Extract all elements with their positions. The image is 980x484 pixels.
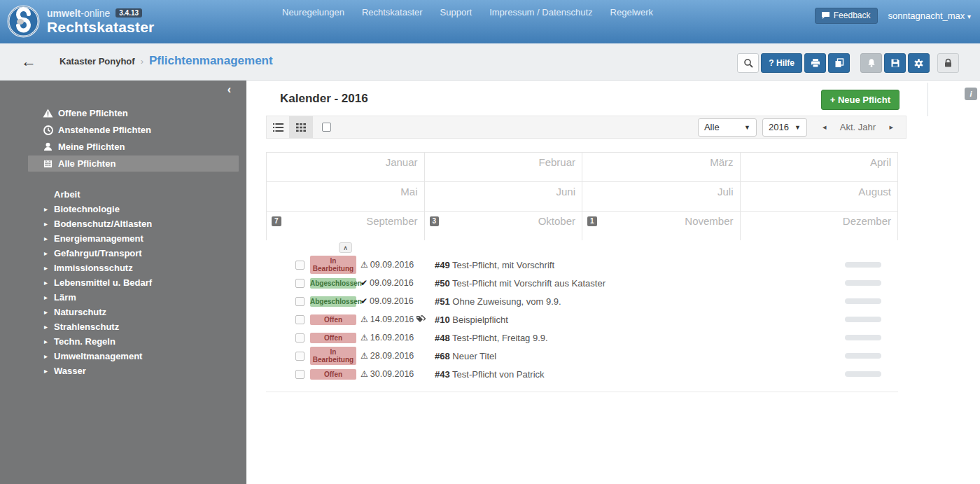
collapse-month-button[interactable]: ∧ xyxy=(339,242,352,253)
sidebar-category[interactable]: ▸ Techn. Regeln xyxy=(28,334,239,349)
sidebar-category[interactable]: ▸ Umweltmanagement xyxy=(28,349,239,364)
month-cell[interactable]: 3 Oktober xyxy=(425,212,583,241)
progress-bar xyxy=(845,298,881,304)
info-button[interactable]: i xyxy=(965,88,977,100)
entry-row: In Bearbeitung 28.09.2016 #68 Neuer Tite… xyxy=(266,347,898,365)
sidebar-item-offene-pflichten[interactable]: Offene Pflichten xyxy=(28,105,239,121)
nav-item[interactable]: Neuregelungen xyxy=(282,7,344,18)
year-select[interactable]: 2016 ▼ xyxy=(762,118,807,137)
next-year-icon[interactable]: ▸ xyxy=(885,123,897,132)
sidebar-category[interactable]: ▸ Biotechnologie xyxy=(28,202,239,216)
sidebar-category[interactable]: ▸ Strahlenschutz xyxy=(28,319,239,334)
entry-checkbox[interactable] xyxy=(295,352,304,361)
print-button[interactable] xyxy=(804,53,826,73)
month-cell[interactable]: 7 September xyxy=(267,212,425,241)
entry-row: Offen 30.09.2016 #43 Test-Pflicht von Pa… xyxy=(266,365,898,383)
sidebar-collapse-icon[interactable]: ‹ xyxy=(227,83,231,96)
month-cell[interactable]: 1 November xyxy=(582,212,741,241)
month-cell[interactable]: Mai xyxy=(267,182,425,212)
entry-title[interactable]: #10 Beispielpflicht xyxy=(435,314,508,325)
breadcrumb-current[interactable]: Pflichtenmanagement xyxy=(149,54,273,68)
entry-checkbox[interactable] xyxy=(295,261,304,270)
sidebar-category[interactable]: Arbeit xyxy=(28,187,239,202)
status-badge: Offen xyxy=(310,369,356,380)
progress-bar xyxy=(845,262,881,268)
entry-checkbox[interactable] xyxy=(295,297,304,306)
breadcrumb-parent[interactable]: Kataster Ponyhof xyxy=(59,56,135,67)
sidebar-category[interactable]: ▸ Lärm xyxy=(28,290,239,305)
current-year-label[interactable]: Akt. Jahr xyxy=(830,122,885,132)
date-status-icon xyxy=(360,369,368,379)
month-cell[interactable]: April xyxy=(741,153,899,182)
sidebar-item-anstehende-pflichten[interactable]: Anstehende Pflichten xyxy=(28,122,239,138)
version-badge: 3.4.13 xyxy=(115,8,142,18)
main-content: Kalender - 2016 + Neue Pflicht i Alle ▼ … xyxy=(246,81,980,484)
month-cell[interactable]: Februar xyxy=(425,153,583,182)
entry-checkbox[interactable] xyxy=(295,333,304,343)
sidebar-category[interactable]: ▸ Bodenschutz/Altlasten xyxy=(28,216,239,231)
month-cell[interactable]: Dezember xyxy=(741,212,899,241)
entry-checkbox[interactable] xyxy=(295,370,304,379)
sidebar-category[interactable]: ▸ Naturschutz xyxy=(28,305,239,319)
sidebar-category[interactable]: ▸ Energiemanagement xyxy=(28,231,239,246)
month-name: Januar xyxy=(386,156,418,168)
entry-title[interactable]: #48 Test-Pflicht, Freitag 9.9. xyxy=(435,333,548,343)
entry-title[interactable]: #49 Test-Pflicht, mit Vorschrift xyxy=(435,260,554,270)
entry-title[interactable]: #51 Ohne Zuweisung, vom 9.9. xyxy=(435,296,561,307)
nav-item[interactable]: Impressum / Datenschutz xyxy=(489,7,592,18)
entry-checkbox[interactable] xyxy=(295,315,304,324)
month-cell[interactable]: August xyxy=(741,182,899,212)
entry-due-date: 14.09.2016 xyxy=(360,314,430,324)
back-button[interactable]: ← xyxy=(21,52,36,71)
nav-item[interactable]: Rechtskataster xyxy=(362,7,423,18)
chevron-right-icon: ▸ xyxy=(44,279,48,286)
entry-due-date: 16.09.2016 xyxy=(360,333,430,343)
notifications-button[interactable] xyxy=(860,53,882,73)
feedback-button[interactable]: Feedback xyxy=(815,8,878,24)
sidebar-category[interactable]: ▸ Gefahrgut/Transport xyxy=(28,246,239,261)
entry-title[interactable]: #50 Test-Pflicht mit Vorschrift aus Kata… xyxy=(435,278,606,289)
month-name: August xyxy=(858,186,891,198)
month-count-badge: 7 xyxy=(272,216,281,226)
lock-button[interactable] xyxy=(937,53,959,73)
chevron-down-icon: ▼ xyxy=(744,124,750,131)
list-view-button[interactable] xyxy=(267,116,289,138)
entries-list: In Bearbeitung 09.09.2016 #49 Test-Pflic… xyxy=(266,256,898,383)
sidebar-category[interactable]: ▸ Wasser xyxy=(28,364,239,378)
entry-due-date: 09.09.2016 xyxy=(360,260,430,270)
new-pflicht-button[interactable]: + Neue Pflicht xyxy=(821,90,899,110)
month-cell[interactable]: Januar xyxy=(267,153,425,182)
search-button[interactable] xyxy=(737,53,759,73)
copy-button[interactable] xyxy=(828,53,850,73)
sidebar-categories: Arbeit ▸ Biotechnologie ▸ Bodenschutz/Al… xyxy=(0,187,246,378)
month-cell[interactable]: März xyxy=(582,153,741,182)
month-name: April xyxy=(870,156,891,168)
month-cell[interactable]: Juni xyxy=(425,182,583,212)
nav-item[interactable]: Support xyxy=(440,7,472,18)
entry-title[interactable]: #43 Test-Pflicht von Patrick xyxy=(435,369,545,380)
entry-due-date: 30.09.2016 xyxy=(360,369,430,379)
help-button[interactable]: ? Hilfe xyxy=(761,53,802,73)
entry-title[interactable]: #68 Neuer Titel xyxy=(435,351,496,361)
month-cell[interactable]: Juli xyxy=(582,182,741,212)
brand[interactable]: umwelt-online 3.4.13 Rechtskataster xyxy=(7,5,154,38)
prev-year-icon[interactable]: ◂ xyxy=(818,123,831,132)
date-status-icon xyxy=(360,333,368,343)
sidebar-category[interactable]: ▸ Lebensmittel u. Bedarf xyxy=(28,275,239,290)
grid-view-button[interactable] xyxy=(289,116,313,138)
grid-icon xyxy=(296,123,306,132)
save-button[interactable] xyxy=(884,53,906,73)
sidebar-item-meine-pflichten[interactable]: Meine Pflichten xyxy=(28,139,239,155)
sidebar-category[interactable]: ▸ Immissionsschutz xyxy=(28,261,239,275)
sidebar-item-alle-pflichten[interactable]: Alle Pflichten xyxy=(28,155,239,172)
user-menu[interactable]: sonntagnacht_max ▾ xyxy=(888,11,971,21)
nav-item[interactable]: Regelwerk xyxy=(610,7,653,18)
progress-bar xyxy=(845,280,881,286)
select-all-checkbox[interactable] xyxy=(322,123,331,132)
settings-button[interactable] xyxy=(908,53,930,73)
entry-checkbox[interactable] xyxy=(295,279,304,288)
progress-bar xyxy=(845,317,881,322)
chevron-right-icon: ▸ xyxy=(44,308,48,316)
month-name: Oktober xyxy=(538,215,575,227)
scope-select[interactable]: Alle ▼ xyxy=(698,118,757,137)
